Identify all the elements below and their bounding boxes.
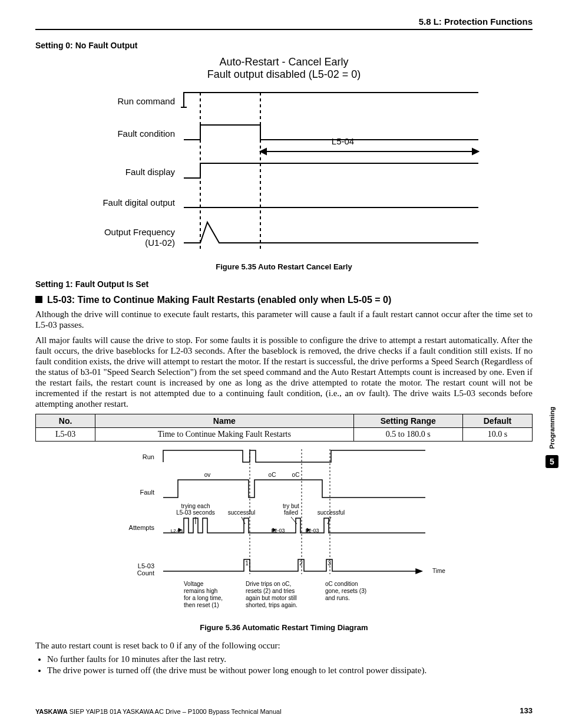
svg-text:shorted, trips again.: shorted, trips again. bbox=[246, 602, 297, 608]
param-table: No. Name Setting Range Default L5-03 Tim… bbox=[35, 414, 533, 442]
th-name: Name bbox=[95, 414, 353, 428]
svg-text:oC: oC bbox=[269, 472, 276, 478]
svg-text:successful: successful bbox=[318, 509, 345, 516]
td-default: 10.0 s bbox=[462, 428, 532, 442]
timing-diagram-1: Run command Fault condition Fault displa… bbox=[66, 81, 502, 258]
svg-marker-19 bbox=[416, 569, 422, 574]
svg-text:Run: Run bbox=[143, 453, 154, 460]
page-footer: YASKAWA SIEP YAIP1B 01A YASKAWA AC Drive… bbox=[35, 706, 533, 715]
page-number: 133 bbox=[520, 706, 533, 715]
svg-text:Attempts: Attempts bbox=[129, 524, 155, 531]
svg-text:remains high: remains high bbox=[184, 588, 217, 594]
paragraph-1: Although the drive will continue to exec… bbox=[35, 309, 533, 330]
svg-text:successful: successful bbox=[228, 509, 256, 516]
svg-text:Time: Time bbox=[432, 568, 445, 574]
svg-text:again but motor still: again but motor still bbox=[246, 595, 297, 601]
svg-text:Fault display: Fault display bbox=[125, 167, 176, 177]
svg-text:try but: try but bbox=[283, 503, 299, 509]
fig1-title-line2: Fault output disabled (L5-02 = 0) bbox=[35, 68, 533, 81]
svg-text:and runs.: and runs. bbox=[325, 595, 350, 601]
subheading-setting-1: Setting 1: Fault Output Is Set bbox=[35, 279, 533, 289]
figure-5-36: Run Fault Attempts L5-03 Count ov oC oC … bbox=[35, 447, 533, 618]
svg-marker-10 bbox=[260, 149, 266, 154]
fig2-caption: Figure 5.36 Automatic Restart Timing Dia… bbox=[35, 623, 533, 632]
svg-text:failed: failed bbox=[284, 509, 298, 516]
list-item: No further faults for 10 minutes after t… bbox=[47, 654, 533, 664]
timing-diagram-2: Run Fault Attempts L5-03 Count ov oC oC … bbox=[95, 447, 472, 618]
list-item: The drive power is turned off (the drive… bbox=[47, 666, 533, 676]
page-header: 5.8 L: Protection Functions bbox=[35, 17, 533, 30]
svg-text:Drive trips on oC,: Drive trips on oC, bbox=[246, 581, 291, 587]
svg-text:oC condition: oC condition bbox=[325, 581, 358, 587]
th-range: Setting Range bbox=[353, 414, 462, 428]
svg-text:Fault digital output: Fault digital output bbox=[103, 197, 175, 207]
param-heading-l5-03: L5-03: Time to Continue Making Fault Res… bbox=[35, 295, 533, 305]
svg-text:resets (2) and tries: resets (2) and tries bbox=[246, 588, 295, 594]
side-tab: Programming 5 bbox=[546, 407, 558, 468]
svg-text:L5-03 seconds: L5-03 seconds bbox=[176, 509, 215, 516]
svg-text:L2-03: L2-03 bbox=[171, 528, 183, 533]
svg-text:Fault: Fault bbox=[140, 489, 154, 496]
svg-text:then reset (1): then reset (1) bbox=[184, 602, 219, 608]
svg-text:Run command: Run command bbox=[117, 96, 175, 106]
td-name: Time to Continue Making Fault Restarts bbox=[95, 428, 353, 442]
svg-text:trying each: trying each bbox=[181, 503, 210, 509]
svg-text:Voltage: Voltage bbox=[184, 581, 204, 587]
table-header-row: No. Name Setting Range Default bbox=[36, 414, 533, 428]
svg-text:3: 3 bbox=[328, 560, 331, 566]
paragraph-2: All major faults will cause the drive to… bbox=[35, 335, 533, 409]
bullet-list: No further faults for 10 minutes after t… bbox=[47, 654, 533, 676]
svg-text:Output Frequency: Output Frequency bbox=[104, 227, 176, 237]
td-range: 0.5 to 180.0 s bbox=[353, 428, 462, 442]
footer-text: SIEP YAIP1B 01A YASKAWA AC Drive – P1000… bbox=[68, 708, 282, 715]
square-bullet-icon bbox=[35, 296, 42, 303]
figure-5-35: Auto-Restart - Cancel Early Fault output… bbox=[35, 56, 533, 258]
side-tab-number: 5 bbox=[546, 455, 558, 468]
side-tab-label: Programming bbox=[548, 407, 556, 449]
svg-text:gone, resets (3): gone, resets (3) bbox=[325, 588, 366, 594]
svg-text:(U1-02): (U1-02) bbox=[145, 238, 175, 248]
svg-text:2: 2 bbox=[299, 560, 303, 566]
subheading-setting-0: Setting 0: No Fault Output bbox=[35, 41, 533, 50]
svg-text:oC: oC bbox=[292, 472, 300, 478]
fig1-caption: Figure 5.35 Auto Restart Cancel Early bbox=[35, 262, 533, 271]
svg-text:L5-04: L5-04 bbox=[332, 136, 354, 146]
th-no: No. bbox=[36, 414, 95, 428]
th-default: Default bbox=[462, 414, 532, 428]
svg-text:for a long time,: for a long time, bbox=[184, 595, 223, 601]
footer-brand: YASKAWA bbox=[35, 708, 68, 715]
svg-text:1: 1 bbox=[245, 560, 249, 566]
svg-text:L5-03: L5-03 bbox=[138, 562, 154, 569]
svg-marker-9 bbox=[472, 149, 478, 154]
svg-text:Count: Count bbox=[137, 569, 154, 577]
table-row: L5-03 Time to Continue Making Fault Rest… bbox=[36, 428, 533, 442]
td-no: L5-03 bbox=[36, 428, 95, 442]
fig1-title-line1: Auto-Restart - Cancel Early bbox=[35, 56, 533, 68]
svg-text:ov: ov bbox=[204, 472, 211, 478]
svg-text:Fault condition: Fault condition bbox=[117, 129, 175, 139]
after-fig2-text: The auto restart count is reset back to … bbox=[35, 640, 533, 651]
